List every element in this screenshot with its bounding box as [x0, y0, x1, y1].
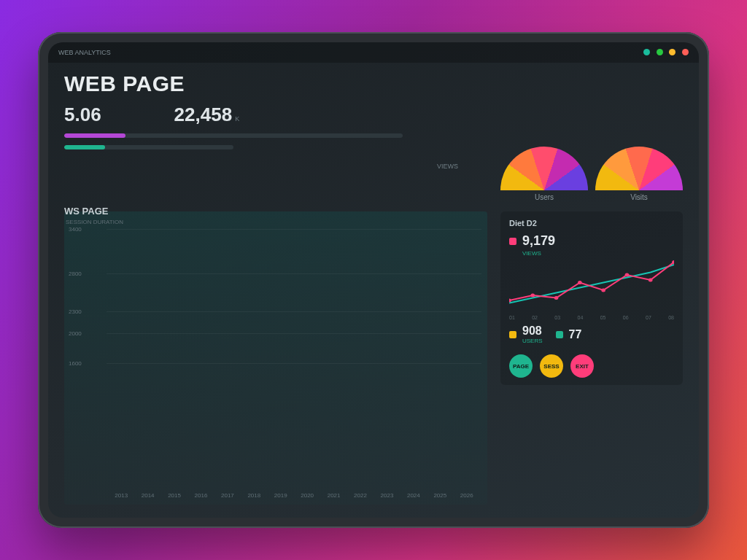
svg-point-1 [530, 294, 535, 298]
sparkline-xaxis: 0102030405060708 [509, 315, 674, 320]
chip-button[interactable]: SESS [540, 354, 563, 378]
x-tick-label: 2020 [294, 492, 320, 499]
kpi-b-suffix: K [235, 115, 239, 122]
progress-a-fill [64, 133, 125, 138]
chip-row: PAGESESSEXIT [509, 354, 674, 378]
x-tick-label: 2016 [187, 492, 214, 499]
traffic-light-icon[interactable] [643, 49, 650, 55]
x-tick-label: 2025 [427, 492, 453, 499]
swatch-icon [509, 238, 516, 245]
traffic-light-icon[interactable] [682, 49, 689, 55]
svg-point-4 [601, 289, 605, 292]
swatch-icon [509, 331, 516, 338]
kpi-a-value: 5.06 [64, 104, 101, 125]
window-controls [639, 49, 689, 57]
kpi-a: 5.06 [64, 104, 101, 126]
x-tick-label: 2015 [161, 492, 187, 499]
side-card: Diet D2 9,179 VIEWS 0102030405060708 [500, 211, 683, 385]
metric-b-value: 908 [522, 324, 543, 338]
gauge-label: Users [500, 193, 588, 201]
traffic-light-icon[interactable] [657, 49, 663, 55]
kpi-b-value: 22,458 [174, 104, 233, 125]
metric-b-tag: USERS [522, 338, 543, 344]
page-title: WEB PAGE [64, 71, 487, 96]
metric-c-value: 77 [569, 328, 582, 341]
x-tick-label: 2026 [453, 492, 479, 499]
metric-b: 908 USERS [509, 324, 543, 344]
chip-button[interactable]: PAGE [509, 354, 533, 378]
x-tick-label: 2019 [268, 492, 294, 499]
svg-point-5 [625, 273, 630, 277]
y-tick-label: 3400 [69, 226, 82, 233]
bar-chart-title: WS PAGE [64, 206, 108, 217]
svg-point-3 [578, 281, 582, 284]
screen: WEB ANALYTICS WEB PAGE 5.06 22,458K [48, 42, 699, 518]
chip-button[interactable]: EXIT [570, 354, 594, 378]
svg-point-0 [509, 299, 511, 303]
y-tick-label: 2800 [69, 271, 82, 277]
bar-chart-subtitle: SESSION DURATION [66, 219, 123, 225]
y-tick-label: 1600 [69, 360, 82, 367]
header-block: WEB PAGE 5.06 22,458K VIEWS [64, 70, 487, 201]
x-tick-label: 2022 [347, 492, 374, 499]
gauge: Visits [595, 147, 683, 201]
bar-chart-bars [108, 229, 480, 483]
metric-a: 9,179 [509, 233, 674, 249]
metric-a-tag: VIEWS [522, 250, 541, 257]
x-tick-label: 2017 [214, 492, 241, 499]
x-tick-label: 2018 [241, 492, 267, 499]
y-tick-label: 2300 [69, 308, 82, 314]
metric-a-value: 9,179 [522, 233, 555, 249]
bar-chart: WS PAGE SESSION DURATION 201320142015201… [64, 211, 487, 505]
y-tick-label: 2000 [69, 330, 82, 337]
traffic-light-icon[interactable] [669, 49, 676, 55]
x-tick-label: 2023 [374, 492, 400, 499]
swatch-icon [556, 331, 563, 338]
progress-a [64, 133, 403, 138]
bar-chart-xaxis: 2013201420152016201720182019202020212022… [108, 492, 480, 499]
gauge-label: Visits [595, 193, 683, 201]
x-tick-label: 2014 [134, 492, 160, 499]
kpi-b: 22,458K [174, 104, 240, 126]
window-topbar: WEB ANALYTICS [48, 42, 699, 63]
x-tick-label: 2013 [108, 492, 134, 499]
metric-c: 77 [556, 324, 582, 344]
x-tick-label: 2024 [400, 492, 427, 499]
svg-point-6 [649, 279, 653, 282]
tablet-frame: WEB ANALYTICS WEB PAGE 5.06 22,458K [38, 32, 709, 528]
gauges-row: Users Visits [500, 70, 683, 201]
app-label: WEB ANALYTICS [58, 49, 111, 56]
sparkline-chart [509, 260, 674, 311]
progress-b-fill [64, 145, 105, 149]
progress-b [64, 145, 233, 149]
kpi-small-label: VIEWS [437, 163, 458, 170]
gauge: Users [500, 147, 588, 201]
side-card-title: Diet D2 [509, 219, 674, 228]
svg-point-2 [554, 296, 559, 300]
side-panel: Diet D2 9,179 VIEWS 0102030405060708 [500, 211, 683, 505]
x-tick-label: 2021 [320, 492, 347, 499]
